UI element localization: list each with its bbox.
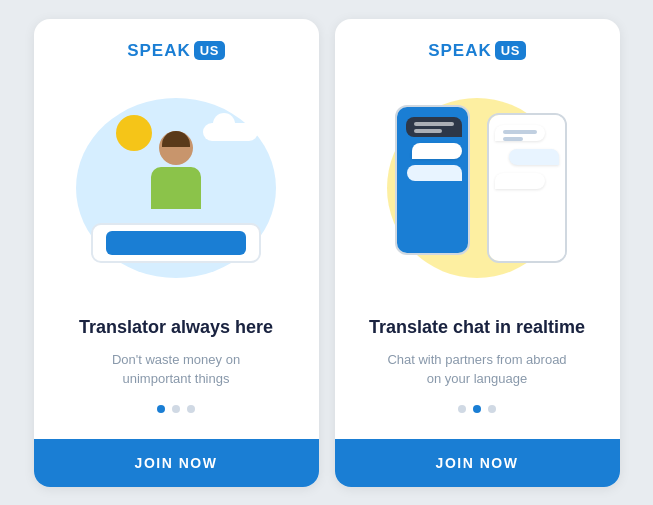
chat-bubble-white-3: [509, 149, 559, 165]
logo-speak-1: SPEAK: [127, 41, 191, 61]
chat-line-1: [407, 165, 462, 181]
phone-bar: [91, 223, 261, 263]
person-figure: [151, 131, 201, 209]
phone-right-screen: [489, 115, 565, 261]
card-2-illustration: [335, 71, 620, 307]
phone-bar-inner: [106, 231, 246, 255]
card-1-dots: [58, 405, 295, 413]
chat-bubble-white-1: [412, 143, 462, 159]
chat-bubble-dark: [406, 117, 462, 137]
card-1: SPEAK US Translator always here: [34, 19, 319, 487]
phone-left-screen: [397, 107, 468, 253]
phone-left: [395, 105, 470, 255]
card-2-dots: [359, 405, 596, 413]
card-1-header: SPEAK US: [34, 19, 319, 71]
card-2-header: SPEAK US: [335, 19, 620, 71]
chat-bubble-white-2: [495, 125, 545, 141]
person-hair: [162, 131, 190, 147]
card-2: SPEAK US: [335, 19, 620, 487]
person-body: [151, 167, 201, 209]
card-2-content: Translate chat in realtime Chat with par…: [335, 306, 620, 438]
dot-1-2[interactable]: [187, 405, 195, 413]
join-button-1[interactable]: JOIN NOW: [34, 439, 319, 487]
card-2-desc: Chat with partners from abroadon your la…: [359, 350, 596, 389]
dot-2-2[interactable]: [488, 405, 496, 413]
dot-1-1[interactable]: [172, 405, 180, 413]
join-button-2[interactable]: JOIN NOW: [335, 439, 620, 487]
logo-badge-2: US: [495, 41, 526, 60]
logo-speak-2: SPEAK: [428, 41, 492, 61]
logo-badge-1: US: [194, 41, 225, 60]
card-1-title: Translator always here: [58, 316, 295, 339]
dot-2-1[interactable]: [473, 405, 481, 413]
dot-2-0[interactable]: [458, 405, 466, 413]
card-1-content: Translator always here Don't waste money…: [34, 306, 319, 438]
phone-right: [487, 113, 567, 263]
chat-bubble-white-4: [495, 173, 545, 189]
cards-container: SPEAK US Translator always here: [18, 3, 636, 503]
person-head: [159, 131, 193, 165]
card-2-title: Translate chat in realtime: [359, 316, 596, 339]
cloud-icon: [203, 123, 258, 141]
card-1-illustration: [34, 71, 319, 307]
dot-1-0[interactable]: [157, 405, 165, 413]
card-1-desc: Don't waste money onunimportant things: [58, 350, 295, 389]
